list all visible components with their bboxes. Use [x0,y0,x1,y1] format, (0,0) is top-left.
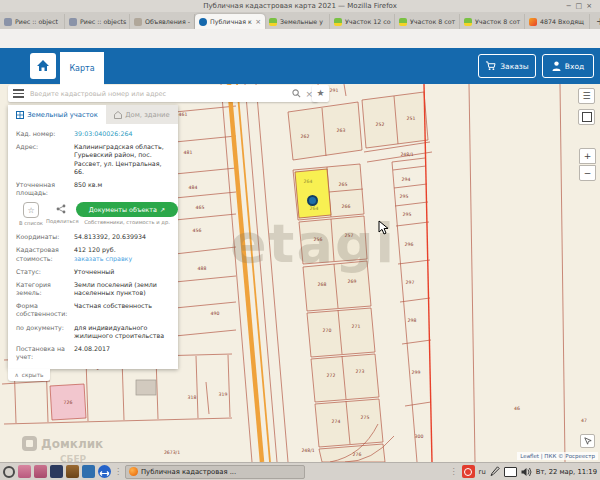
coords-label: Координаты: [16,233,74,241]
login-button[interactable]: Вход [542,54,594,78]
parcel-info-panel: Земельный участок Дом, здание Кад. номер… [8,105,178,369]
zoom-in-button[interactable]: + [579,148,596,164]
orders-button[interactable]: Заказы [478,54,536,78]
tab-close-icon[interactable]: × [255,18,261,26]
house-icon [114,111,122,119]
parcel-label: 2673/1 [164,450,180,455]
parcel-label: 488 [198,266,207,271]
browser-tab[interactable]: Объявления - [130,14,195,29]
tab-house-building[interactable]: Дом, здание [106,105,178,124]
home-button[interactable] [30,53,56,79]
search-input[interactable] [28,89,288,99]
registration-label: Постановка на учет: [16,345,74,361]
keyboard-layout-indicator[interactable]: ru [479,468,486,476]
hide-panel-button[interactable]: ∧скрыть [8,369,50,381]
mouse-cursor [378,220,389,235]
browser-tab[interactable]: Участок 12 со [330,14,395,29]
pen-icon[interactable] [490,466,500,477]
app-icon-pink-1[interactable] [18,465,31,478]
app-icon-pink-2[interactable] [34,465,47,478]
order-certificate-link[interactable]: заказать справку [74,255,170,263]
tray-app-icon[interactable] [462,465,475,478]
parcel-label: 248/1 [301,448,314,453]
watermark-etagi: etagi [230,212,396,275]
display-indicator-icon[interactable] [504,467,517,477]
app-icon-brown[interactable] [66,465,79,478]
land-icon [16,111,24,119]
browser-tabbar: Риес :: object Риес :: objects Объявлени… [0,12,600,29]
window-controls[interactable]: −□× [566,0,596,12]
app-icon-blue[interactable] [82,465,95,478]
parcel-label: 318 [188,395,197,400]
login-label: Вход [565,62,584,71]
add-to-list-button[interactable]: ☆ [23,202,39,218]
app-icon-dark-blue[interactable] [50,465,63,478]
tab-map[interactable]: Карта [60,52,104,90]
ownership-value: Частная собственность [74,302,170,318]
tab-favicon [134,18,142,26]
menu-hamburger-icon[interactable] [13,87,24,100]
selected-parcel[interactable] [295,169,331,218]
maximize-icon[interactable]: □ [576,2,587,10]
browser-tab-active[interactable]: Публичная к× [195,14,265,29]
cart-icon [485,61,496,71]
parcel-label: 319 [219,392,228,397]
map-tools-button[interactable] [578,109,595,125]
favorites-button[interactable]: ★ [312,85,329,102]
parcel-label: 294 [402,177,411,182]
quarter-boundary-red [424,84,432,462]
teamviewer-icon[interactable] [98,465,111,478]
locate-button[interactable] [580,434,595,448]
parcel-label: 251 [407,116,416,121]
tab-favicon [269,18,277,26]
domclick-logo-icon [22,436,37,451]
area-label: Уточненная площадь: [16,181,74,197]
address-label: Адрес: [16,143,74,176]
tab-label: Риес :: object [15,18,58,25]
browser-tab[interactable]: Риес :: objects [65,14,130,29]
browser-tab[interactable]: Участок 8 сот [395,14,460,29]
task-window-button[interactable]: Публичная кадастровая ... [125,465,305,479]
layers-button[interactable]: ☰ [578,88,595,104]
user-icon [552,61,561,71]
parcel-label: 270 [323,328,332,333]
docs-button-label: Документы объекта [89,206,157,214]
home-icon [35,58,51,74]
cad-number-link[interactable]: 39:03:040026:264 [74,130,170,138]
selected-parcel-marker[interactable] [307,195,318,206]
taskbar-clock[interactable]: Вт, 22 мар, 11:19 [536,468,597,476]
browser-tab[interactable]: 4874 Входящ [525,14,590,29]
tab-favicon [199,18,207,26]
parcel-label: 291 [330,88,339,93]
browser-tab[interactable]: Участок 8 сот [460,14,525,29]
browser-tab[interactable]: Земельные у [265,14,330,29]
parcel-label: 300 [415,434,424,439]
watermark-sber: СБЕР [60,454,86,462]
object-documents-button[interactable]: Документы объекта↗ [76,202,178,217]
parcel-label: 265 [339,182,348,187]
tab-land-parcel[interactable]: Земельный участок [8,105,106,124]
parcel-label: 484 [189,185,198,190]
map-attribution[interactable]: Leaflet | ПКК © Росреестр [517,452,598,460]
share-label: Поделиться [46,218,76,224]
share-button[interactable] [54,202,68,216]
minimize-icon[interactable]: − [566,2,576,10]
speaker-icon[interactable] [521,467,532,477]
registration-value: 24.08.2017 [74,345,170,361]
status-value: Уточненный [74,268,170,276]
orders-label: Заказы [500,62,528,71]
search-icon[interactable] [292,89,301,98]
browser-tab[interactable]: Риес :: object [0,14,65,29]
parcel-label: 481 [184,150,193,155]
close-icon[interactable]: × [586,2,596,10]
zoom-out-button[interactable]: − [579,165,596,181]
window-titlebar: Публичная кадастровая карта 2021 — Mozil… [0,0,600,12]
cadastral-map[interactable]: etagi Домклик СБЕР 461481484465456488490… [0,84,600,462]
tab-land-label: Земельный участок [27,111,98,119]
parcel-label: 269 [348,279,357,284]
new-tab-button[interactable]: + [590,14,600,29]
parcel-label: 456 [193,228,202,233]
parcel-label: 297 [406,280,415,285]
app-menu-icon[interactable] [3,466,15,478]
parcel-label: 295 [403,212,412,217]
